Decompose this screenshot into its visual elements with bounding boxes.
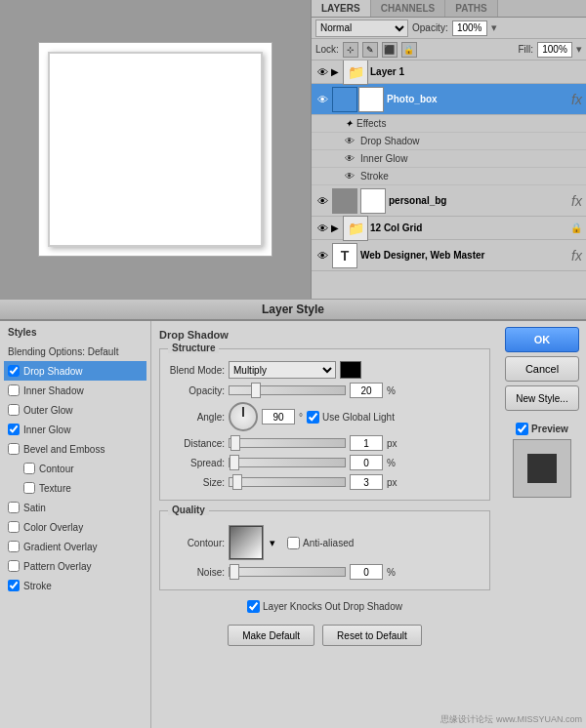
cancel-button[interactable]: Cancel	[505, 356, 579, 382]
effect-drop-shadow[interactable]: 👁 Drop Shadow	[312, 133, 586, 150]
opacity-slider[interactable]	[229, 385, 346, 395]
style-item-color-overlay[interactable]: Color Overlay	[4, 517, 146, 537]
style-item-inner-glow[interactable]: Inner Glow	[4, 420, 146, 439]
eye-icon-web-designer[interactable]: 👁	[315, 249, 329, 263]
web-designer-name: Web Designer, Web Master	[360, 250, 568, 261]
ok-button[interactable]: OK	[505, 327, 579, 352]
tab-channels[interactable]: CHANNELS	[371, 0, 446, 17]
stroke-eye[interactable]: 👁	[345, 171, 355, 182]
anti-alias-text: Anti-aliased	[303, 538, 354, 548]
drop-shadow-label: Drop Shadow	[360, 136, 420, 146]
opacity-value-input[interactable]	[350, 383, 383, 398]
checkbox-inner-glow[interactable]	[8, 424, 20, 435]
checkbox-texture[interactable]	[23, 482, 35, 494]
angle-dial[interactable]	[229, 402, 258, 431]
opacity-input[interactable]	[452, 20, 487, 36]
layer-row-photo-box[interactable]: 👁 Photo_box fx	[312, 84, 586, 115]
blend-mode-dropdown[interactable]: Multiply	[229, 361, 336, 379]
checkbox-stroke[interactable]	[8, 580, 20, 591]
style-item-gradient-overlay[interactable]: Gradient Overlay	[4, 537, 146, 556]
anti-alias-checkbox[interactable]	[287, 537, 300, 549]
preview-box	[513, 439, 571, 498]
style-item-outer-glow[interactable]: Outer Glow	[4, 400, 146, 420]
style-item-bevel-emboss[interactable]: Bevel and Emboss	[4, 439, 146, 459]
blend-mode-select[interactable]: Normal	[315, 20, 408, 37]
opacity-form-label: Opacity:	[168, 385, 225, 396]
layer-row-web-designer[interactable]: 👁 T Web Designer, Web Master fx	[312, 240, 586, 271]
eye-icon-personal-bg[interactable]: 👁	[315, 194, 329, 208]
checkbox-satin[interactable]	[8, 502, 20, 513]
checkbox-bevel-emboss[interactable]	[8, 443, 20, 455]
satin-sidebar-label: Satin	[23, 503, 46, 513]
distance-slider[interactable]	[229, 438, 346, 448]
layer-style-title: Layer Style	[0, 299, 586, 320]
effect-inner-glow[interactable]: 👁 Inner Glow	[312, 150, 586, 168]
inner-glow-eye[interactable]: 👁	[345, 153, 355, 164]
eye-icon-layer1[interactable]: 👁	[315, 65, 329, 79]
checkbox-outer-glow[interactable]	[8, 404, 20, 416]
noise-value-input[interactable]	[350, 564, 383, 580]
checkbox-gradient-overlay[interactable]	[8, 541, 20, 552]
tab-paths[interactable]: PATHS	[445, 0, 497, 17]
spread-slider[interactable]	[229, 458, 346, 467]
checkbox-pattern-overlay[interactable]	[8, 560, 20, 572]
blend-color-swatch[interactable]	[340, 361, 361, 379]
layer-group-layer1[interactable]: 👁 ▶ 📁 Layer 1	[312, 61, 586, 84]
size-value-input[interactable]	[350, 474, 383, 490]
style-item-pattern-overlay[interactable]: Pattern Overlay	[4, 556, 146, 576]
style-item-contour[interactable]: Contour	[4, 459, 146, 478]
layer-thumb-photo-box	[332, 87, 357, 112]
checkbox-inner-shadow[interactable]	[8, 384, 20, 396]
eye-icon-photo-box[interactable]: 👁	[315, 93, 329, 106]
drop-shadow-eye[interactable]: 👁	[345, 136, 355, 146]
opacity-unit: %	[387, 385, 396, 396]
blending-options-label: Blending Options: Default	[8, 346, 118, 357]
effect-stroke[interactable]: 👁 Stroke	[312, 168, 586, 185]
opacity-arrow[interactable]: ▾	[491, 21, 497, 34]
fill-arrow[interactable]: ▾	[576, 43, 582, 56]
lock-all-btn[interactable]: 🔒	[401, 42, 417, 58]
layers-tabs: LAYERS CHANNELS PATHS	[312, 0, 586, 18]
checkbox-contour[interactable]	[23, 463, 35, 474]
style-item-stroke[interactable]: Stroke	[4, 576, 146, 595]
fill-input[interactable]	[537, 42, 572, 58]
size-slider[interactable]	[229, 477, 346, 487]
layer-mask-photo-box	[358, 87, 384, 112]
knock-out-checkbox[interactable]	[247, 600, 260, 613]
reset-default-button[interactable]: Reset to Default	[322, 625, 422, 646]
angle-value-input[interactable]	[262, 409, 295, 425]
layers-toolbar: Normal Opacity: ▾	[312, 18, 586, 39]
contour-thumbnail[interactable]	[229, 525, 264, 560]
make-default-button[interactable]: Make Default	[228, 625, 314, 646]
preview-inner	[527, 454, 557, 483]
global-light-text: Use Global Light	[322, 412, 395, 423]
lock-transparent-btn[interactable]: ⬛	[382, 42, 398, 58]
global-light-checkbox[interactable]	[307, 411, 319, 424]
inner-glow-label: Inner Glow	[360, 153, 407, 164]
style-item-inner-shadow[interactable]: Inner Shadow	[4, 381, 146, 400]
checkbox-color-overlay[interactable]	[8, 521, 20, 533]
layer-row-col-grid[interactable]: 👁 ▶ 📁 12 Col Grid 🔒	[312, 217, 586, 240]
style-item-blending[interactable]: Blending Options: Default	[4, 342, 146, 361]
style-item-texture[interactable]: Texture	[4, 478, 146, 498]
style-item-satin[interactable]: Satin	[4, 498, 146, 517]
layers-panel: LAYERS CHANNELS PATHS Normal Opacity: ▾ …	[311, 0, 586, 299]
tab-layers[interactable]: LAYERS	[312, 0, 371, 17]
lock-position-btn[interactable]: ⊹	[343, 42, 358, 58]
new-style-button[interactable]: New Style...	[505, 385, 579, 411]
preview-checkbox[interactable]	[516, 423, 528, 435]
noise-slider[interactable]	[229, 567, 346, 577]
spread-value-input[interactable]	[350, 455, 383, 470]
preview-label: Preview	[513, 423, 571, 435]
layers-content: 👁 ▶ 📁 Layer 1 👁 Photo_box fx ✦ Effects 👁…	[312, 61, 586, 297]
angle-row: Angle: ° Use Global Light	[168, 402, 481, 431]
eye-icon-col-grid[interactable]: 👁	[315, 222, 329, 235]
distance-value-input[interactable]	[350, 435, 383, 451]
style-item-drop-shadow[interactable]: Drop Shadow	[4, 361, 146, 381]
contour-dropdown-arrow[interactable]: ▾	[270, 537, 275, 549]
fx-badge-personal-bg: fx	[571, 193, 582, 209]
layer-row-personal-bg[interactable]: 👁 personal_bg fx	[312, 185, 586, 217]
opacity-row: Opacity: %	[168, 383, 481, 398]
checkbox-drop-shadow[interactable]	[8, 365, 20, 377]
lock-image-btn[interactable]: ✎	[362, 42, 378, 58]
